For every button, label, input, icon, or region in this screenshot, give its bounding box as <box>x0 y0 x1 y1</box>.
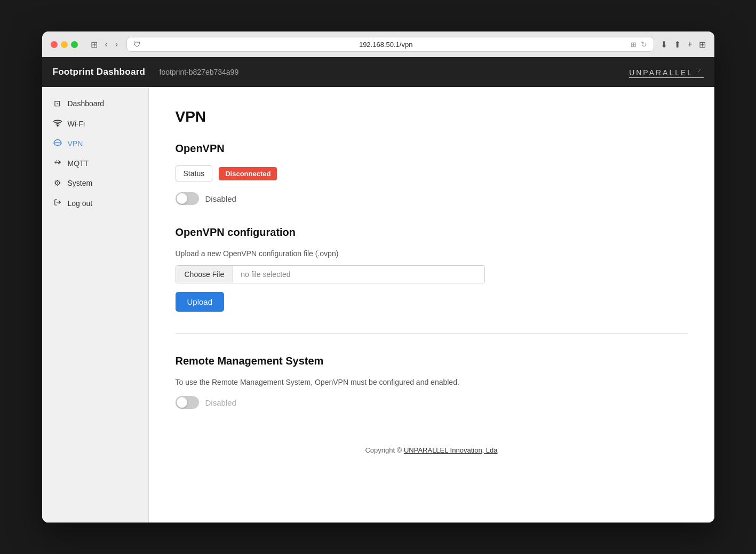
forward-button[interactable]: › <box>113 38 120 50</box>
minimize-button[interactable] <box>61 41 68 48</box>
section-divider <box>176 333 688 334</box>
remote-section: Remote Management System To use the Remo… <box>176 355 688 409</box>
sidebar-toggle-button[interactable]: ⊞ <box>89 38 100 51</box>
remote-toggle-row: Disabled <box>176 396 688 409</box>
openvpn-toggle-label: Disabled <box>205 194 236 203</box>
sidebar-item-mqtt[interactable]: MQTT <box>42 153 148 173</box>
remote-toggle-label: Disabled <box>205 398 236 407</box>
sidebar-item-dashboard[interactable]: ⊡ Dashboard <box>42 93 148 114</box>
sidebar-item-vpn[interactable]: VPN <box>42 133 148 153</box>
address-bar[interactable]: 192.168.50.1/vpn <box>145 41 626 49</box>
choose-file-button[interactable]: Choose File <box>176 266 234 283</box>
sidebar-label-vpn: VPN <box>68 139 83 148</box>
openvpn-toggle-row: Disabled <box>176 192 688 205</box>
remote-description: To use the Remote Management System, Ope… <box>176 378 688 386</box>
openvpn-section-title: OpenVPN <box>176 143 688 155</box>
upload-button[interactable]: Upload <box>176 292 225 312</box>
openvpn-toggle[interactable] <box>176 192 199 205</box>
security-icon: 🛡 <box>133 40 141 49</box>
sidebar-label-dashboard: Dashboard <box>68 99 105 108</box>
refresh-icon[interactable]: ↻ <box>641 40 647 49</box>
new-tab-icon[interactable]: + <box>687 39 692 49</box>
sidebar-label-logout: Log out <box>68 199 93 208</box>
system-icon: ⚙ <box>53 178 62 188</box>
share-icon[interactable]: ⬆ <box>674 39 681 50</box>
config-description: Upload a new OpenVPN configuration file … <box>176 249 688 258</box>
footer-copyright: Copyright © <box>365 446 402 454</box>
openvpn-section: OpenVPN Status Disconnected Disabled <box>176 143 688 205</box>
back-button[interactable]: ‹ <box>103 38 110 50</box>
dashboard-icon: ⊡ <box>53 99 62 108</box>
config-section: OpenVPN configuration Upload a new OpenV… <box>176 226 688 312</box>
file-name-display: no file selected <box>233 266 484 283</box>
sidebar-item-logout[interactable]: Log out <box>42 193 148 213</box>
status-label: Status <box>176 165 213 181</box>
page-title: VPN <box>176 108 688 125</box>
remote-toggle[interactable] <box>176 396 199 409</box>
grid-icon[interactable]: ⊞ <box>699 39 706 50</box>
reader-icon: ⊞ <box>631 41 636 49</box>
wifi-icon <box>53 119 62 128</box>
close-button[interactable] <box>51 41 58 48</box>
sidebar-label-system: System <box>68 179 93 187</box>
svg-point-0 <box>57 125 58 126</box>
footer: Copyright © UNPARALLEL Innovation, Lda <box>176 430 688 470</box>
vpn-icon <box>53 139 62 148</box>
sidebar: ⊡ Dashboard Wi-Fi <box>42 87 149 523</box>
status-row: Status Disconnected <box>176 165 688 181</box>
navbar-logo: UNPARALLEL ⟋ <box>629 67 703 77</box>
sidebar-item-wifi[interactable]: Wi-Fi <box>42 114 148 133</box>
navbar-brand: Footprint Dashboard <box>53 67 160 77</box>
download-icon[interactable]: ⬇ <box>660 39 667 50</box>
file-input-row: Choose File no file selected <box>176 265 485 283</box>
mqtt-icon <box>53 159 62 168</box>
logout-icon <box>53 199 62 208</box>
top-navbar: Footprint Dashboard footprint-b827eb734a… <box>42 57 714 87</box>
sidebar-label-wifi: Wi-Fi <box>68 120 85 128</box>
sidebar-item-system[interactable]: ⚙ System <box>42 173 148 193</box>
remote-section-title: Remote Management System <box>176 355 688 367</box>
navbar-device: footprint-b827eb734a99 <box>160 68 239 76</box>
footer-link[interactable]: UNPARALLEL Innovation, Lda <box>404 446 498 454</box>
sidebar-label-mqtt: MQTT <box>68 159 89 168</box>
status-badge: Disconnected <box>219 167 277 180</box>
page-content: VPN OpenVPN Status Disconnected Disabled <box>149 87 714 523</box>
config-section-title: OpenVPN configuration <box>176 226 688 239</box>
maximize-button[interactable] <box>71 41 78 48</box>
logo-text: UNPARALLEL ⟋ <box>629 67 703 77</box>
